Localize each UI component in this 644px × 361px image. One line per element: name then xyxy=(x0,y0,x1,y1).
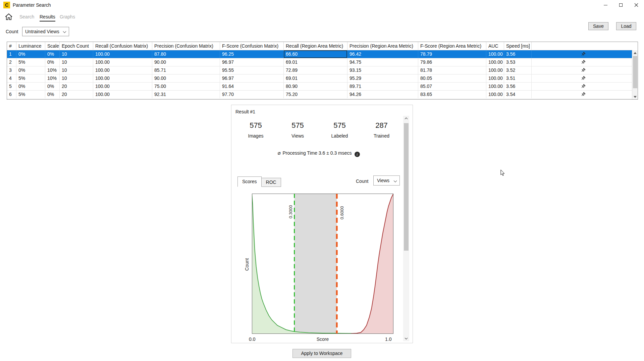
table-row[interactable]: 30%10%10100.0085.7195.5572.8993.1581.781… xyxy=(7,66,632,74)
apply-to-workspace-button[interactable]: Apply to Workspace xyxy=(292,349,351,358)
table-cell[interactable]: 5% xyxy=(16,58,45,66)
panel-scrollbar[interactable] xyxy=(403,116,409,341)
column-header[interactable]: F-Score (Confusion Matrix) xyxy=(220,42,284,50)
table-cell[interactable]: 3.53 xyxy=(504,58,532,66)
table-cell[interactable]: 3.52 xyxy=(504,66,532,74)
tab-results[interactable]: Results xyxy=(40,13,55,21)
tab-scores[interactable]: Scores xyxy=(237,176,262,187)
pin-icon[interactable] xyxy=(580,92,586,97)
column-header[interactable]: Luminance xyxy=(16,42,45,50)
table-cell[interactable]: 100.00 xyxy=(93,50,152,58)
pin-icon[interactable] xyxy=(580,52,586,57)
scroll-down-icon[interactable] xyxy=(403,336,409,341)
table-cell[interactable]: 96.42 xyxy=(347,50,418,58)
table-row[interactable]: 25%0%10100.0090.0096.9769.0194.7579.8610… xyxy=(7,58,632,66)
column-header[interactable]: Recall (Region Area Metric) xyxy=(284,42,347,50)
table-cell[interactable]: 2 xyxy=(7,58,16,66)
table-cell[interactable]: 66.60 xyxy=(284,50,347,58)
table-cell[interactable]: 83.65 xyxy=(418,91,486,98)
table-cell[interactable]: 20 xyxy=(60,83,93,90)
table-cell[interactable]: 87.80 xyxy=(152,50,220,58)
info-icon[interactable] xyxy=(355,152,360,157)
table-row[interactable]: 10%0%10100.0087.8096.2566.6096.4278.7910… xyxy=(7,50,632,58)
table-cell[interactable]: 72.89 xyxy=(284,66,347,74)
table-cell[interactable]: 94.26 xyxy=(347,91,418,98)
table-cell[interactable]: 3.56 xyxy=(504,83,532,90)
pin-icon[interactable] xyxy=(580,84,586,89)
table-cell[interactable]: 100.00 xyxy=(486,83,504,90)
table-cell[interactable]: 0% xyxy=(45,91,60,98)
table-cell[interactable]: 100.00 xyxy=(486,58,504,66)
table-row[interactable]: 50%0%20100.0075.0091.6480.9089.7185.0710… xyxy=(7,83,632,91)
table-cell[interactable]: 100.00 xyxy=(486,74,504,82)
column-header[interactable]: # xyxy=(7,42,16,50)
pin-cell[interactable] xyxy=(532,83,632,90)
scroll-down-icon[interactable] xyxy=(632,94,638,99)
table-cell[interactable]: 5 xyxy=(7,83,16,90)
table-cell[interactable]: 6 xyxy=(7,91,16,98)
table-cell[interactable]: 100.00 xyxy=(93,83,152,90)
table-cell[interactable]: 97.70 xyxy=(220,91,284,98)
table-cell[interactable]: 0% xyxy=(16,50,45,58)
table-cell[interactable]: 85.07 xyxy=(418,83,486,90)
table-cell[interactable]: 10% xyxy=(45,74,60,82)
count-filter-dropdown[interactable]: Untrained Views xyxy=(22,27,69,36)
close-button[interactable] xyxy=(629,0,644,10)
table-cell[interactable]: 81.78 xyxy=(418,66,486,74)
table-cell[interactable]: 91.64 xyxy=(220,83,284,90)
pin-icon[interactable] xyxy=(580,60,586,65)
tab-roc[interactable]: ROC xyxy=(262,178,281,187)
table-cell[interactable]: 90.00 xyxy=(152,74,220,82)
load-button[interactable]: Load xyxy=(616,22,636,30)
column-header[interactable]: Epoch Count xyxy=(60,42,93,50)
tab-search[interactable]: Search xyxy=(19,13,34,21)
table-cell[interactable]: 5% xyxy=(16,74,45,82)
table-cell[interactable]: 10% xyxy=(45,66,60,74)
table-cell[interactable]: 80.90 xyxy=(284,83,347,90)
table-cell[interactable]: 0% xyxy=(45,50,60,58)
save-button[interactable]: Save xyxy=(588,22,608,30)
tab-graphs[interactable]: Graphs xyxy=(60,13,75,21)
table-cell[interactable]: 80.05 xyxy=(418,74,486,82)
table-cell[interactable]: 5% xyxy=(16,91,45,98)
table-cell[interactable]: 3.51 xyxy=(504,74,532,82)
maximize-button[interactable] xyxy=(613,0,629,10)
table-cell[interactable]: 100.00 xyxy=(93,74,152,82)
table-cell[interactable]: 75.20 xyxy=(284,91,347,98)
table-cell[interactable]: 3.56 xyxy=(504,50,532,58)
table-cell[interactable]: 90.00 xyxy=(152,58,220,66)
table-cell[interactable]: 0% xyxy=(45,58,60,66)
pin-cell[interactable] xyxy=(532,66,632,74)
table-cell[interactable]: 75.00 xyxy=(152,83,220,90)
table-cell[interactable]: 100.00 xyxy=(486,66,504,74)
table-cell[interactable]: 100.00 xyxy=(93,66,152,74)
table-cell[interactable]: 69.01 xyxy=(284,58,347,66)
table-cell[interactable]: 0% xyxy=(16,83,45,90)
table-cell[interactable]: 0% xyxy=(45,83,60,90)
table-cell[interactable]: 20 xyxy=(60,91,93,98)
table-cell[interactable]: 10 xyxy=(60,66,93,74)
table-cell[interactable]: 96.97 xyxy=(220,74,284,82)
scrollbar-thumb[interactable] xyxy=(404,123,409,251)
panel-count-dropdown[interactable]: Views xyxy=(373,175,400,186)
table-cell[interactable]: 69.01 xyxy=(284,74,347,82)
table-row[interactable]: 65%0%20100.0092.3197.7075.2094.2683.6510… xyxy=(7,91,632,99)
table-cell[interactable]: 1 xyxy=(7,50,16,58)
table-cell[interactable]: 79.86 xyxy=(418,58,486,66)
table-cell[interactable]: 96.97 xyxy=(220,58,284,66)
table-cell[interactable]: 89.71 xyxy=(347,83,418,90)
pin-cell[interactable] xyxy=(532,91,632,98)
table-row[interactable]: 45%10%10100.0090.0096.9769.0195.2980.051… xyxy=(7,74,632,83)
column-header[interactable]: Speed [ms] xyxy=(504,42,532,50)
column-header[interactable]: Precision (Confusion Matrix) xyxy=(152,42,220,50)
table-cell[interactable]: 10 xyxy=(60,58,93,66)
pin-cell[interactable] xyxy=(532,50,632,58)
pin-icon[interactable] xyxy=(580,76,586,81)
pin-icon[interactable] xyxy=(580,68,586,73)
table-cell[interactable]: 10 xyxy=(60,50,93,58)
table-cell[interactable]: 10 xyxy=(60,74,93,82)
table-cell[interactable]: 85.71 xyxy=(152,66,220,74)
table-cell[interactable]: 100.00 xyxy=(486,50,504,58)
pin-cell[interactable] xyxy=(532,74,632,82)
table-cell[interactable]: 78.79 xyxy=(418,50,486,58)
